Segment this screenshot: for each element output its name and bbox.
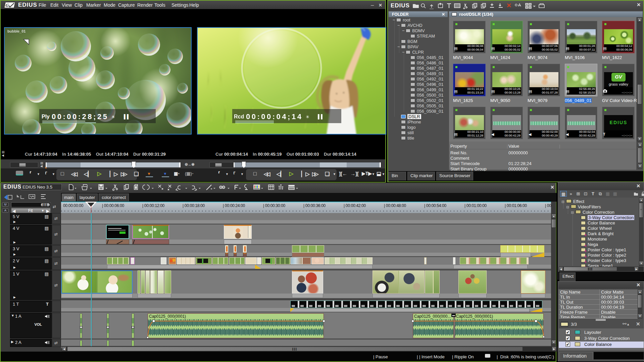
svg-text:✳: ✳ [111,114,115,119]
svg-text:Rcd: Rcd [234,114,244,119]
svg-text:00:00:28;25: 00:00:28;25 [52,112,108,121]
svg-text:G: G [5,3,9,8]
svg-text:00:00:04;14: 00:00:04;14 [246,112,303,121]
svg-text:Ply: Ply [42,114,50,119]
svg-text:✳: ✳ [306,114,309,119]
svg-text:▌▌: ▌▌ [318,114,324,119]
svg-text:▌▌: ▌▌ [124,114,130,119]
svg-text:bubble_01: bubble_01 [7,29,26,33]
